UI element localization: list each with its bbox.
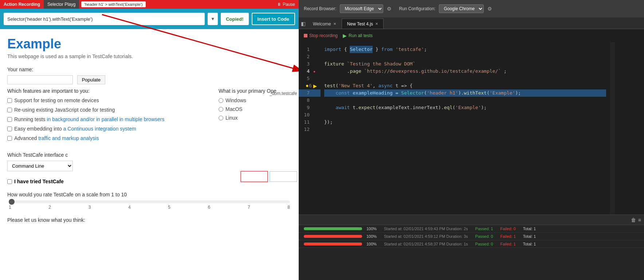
- code-line-5: [324, 75, 606, 82]
- right-panel: Record Browser: Microsoft Edge ⚙ Run Con…: [299, 0, 644, 280]
- tab-welcome[interactable]: Welcome ✕: [307, 19, 342, 29]
- code-line-6: test ( 'New Test 4' , async t => {: [324, 82, 606, 89]
- result-percent-1: 100%: [366, 227, 380, 231]
- line-numbers: 1 2 3 4 5 ● 6 7 8 9 10 11 12: [299, 42, 313, 215]
- line-num-12: 12: [299, 126, 313, 133]
- scale-numbers: 1 2 3 4 5 6 7 8: [9, 205, 290, 210]
- result-row-3: 100% Started at: 02/01/2021 4:58:37 PM D…: [299, 240, 644, 248]
- gutter-4: ●: [313, 68, 321, 75]
- features-label: Which features are important to you:: [7, 88, 211, 94]
- line-num-9: 9: [299, 104, 313, 111]
- code-area[interactable]: import { Selector } from 'testcafe' ; fi…: [321, 42, 610, 215]
- gutter-11: [313, 119, 321, 126]
- think-label: Please let us know what you think:: [7, 217, 291, 223]
- selector-dropdown-button[interactable]: ▼: [208, 13, 218, 25]
- feature-1-checkbox[interactable]: [7, 98, 12, 103]
- left-panel: Action Recording Selector Playg 'header …: [0, 0, 299, 280]
- run-config-gear-icon[interactable]: ⚙: [487, 6, 492, 12]
- populate-button[interactable]: Populate: [77, 75, 105, 84]
- result-bar-2: [304, 235, 362, 238]
- selector-input[interactable]: [4, 13, 205, 25]
- feature-3-label: Running tests in background and/or in pa…: [14, 116, 164, 122]
- result-bar-3: [304, 243, 362, 245]
- line-num-4: 4: [299, 68, 313, 75]
- result-started-1: Started at: 02/01/2021 4:59:43 PM Durati…: [384, 227, 468, 231]
- selector-playback-label: Selector Playg: [47, 2, 75, 7]
- stop-recording-button[interactable]: Stop recording: [304, 33, 338, 38]
- record-browser-label: Record Browser:: [304, 6, 336, 11]
- os-linux-label: Linux: [225, 115, 237, 121]
- copied-button[interactable]: Copied!: [221, 13, 248, 25]
- think-section: Please let us know what you think:: [0, 213, 299, 229]
- feature-5-label: Advanced traffic and markup analysis: [14, 135, 99, 141]
- right-topbar: Record Browser: Microsoft Edge ⚙ Run Con…: [299, 0, 644, 17]
- gutter-2: [313, 53, 321, 60]
- interface-dropdown[interactable]: Command Line: [7, 161, 73, 171]
- stop-recording-label: Stop recording: [309, 33, 338, 38]
- results-toolbar: 🗑 ≡: [299, 215, 644, 225]
- your-name-section: Your name: Populate: [0, 67, 299, 84]
- insert-code-button[interactable]: Insert to Code: [252, 13, 295, 25]
- chevron-down-icon: ▼: [211, 16, 215, 21]
- editor-scrollbar[interactable]: [610, 42, 615, 215]
- gear-icon[interactable]: ⚙: [387, 6, 392, 12]
- pause-label: Pause: [283, 2, 295, 7]
- gutter-1: [313, 46, 321, 53]
- feature-3-checkbox[interactable]: [7, 117, 12, 122]
- result-failed-2: Failed: 1: [500, 234, 516, 239]
- scale-label: How would you rate TestCafe on a scale f…: [7, 192, 291, 197]
- os-macos-radio[interactable]: [219, 107, 223, 112]
- code-line-11: });: [324, 119, 606, 126]
- code-line-8: [324, 97, 606, 104]
- code-line-3: fixture `Testing the Shadow DOM`: [324, 60, 606, 68]
- line-num-3: 3: [299, 60, 313, 68]
- left-col: Which features are important to you: Sup…: [7, 88, 211, 145]
- page-heading: Example: [0, 29, 299, 53]
- tabs-bar: ◧ Welcome ✕ New Test 4.js ✕: [299, 17, 644, 29]
- your-name-label: Your name:: [7, 67, 291, 72]
- copied-label: Copied!: [226, 16, 243, 22]
- blue-input[interactable]: [270, 171, 297, 182]
- os-linux-radio[interactable]: [219, 116, 223, 120]
- result-percent-2: 100%: [366, 234, 380, 239]
- os-windows-radio[interactable]: [219, 98, 223, 103]
- run-config-label: Run Configuration:: [399, 6, 435, 11]
- feature-1-label: Support for testing on remote devices: [14, 97, 99, 103]
- result-passed-3: Passed: 0: [475, 242, 493, 246]
- gutter-9: [313, 104, 321, 111]
- feature-5-checkbox[interactable]: [7, 136, 12, 141]
- code-line-7: const exampleHeading = Selector ( 'heade…: [324, 89, 606, 97]
- result-total-3: Total: 1: [523, 242, 536, 246]
- browser-select[interactable]: Microsoft Edge: [340, 4, 383, 13]
- feature-4-label: Easy embedding into a Continuous integra…: [14, 126, 136, 132]
- code-editor: 1 2 3 4 5 ● 6 7 8 9 10 11 12 ●: [299, 42, 644, 215]
- pause-button[interactable]: ⏸ Pause: [273, 2, 299, 7]
- run-config-select[interactable]: Google Chrome: [439, 4, 484, 13]
- tab-new-test-4[interactable]: New Test 4.js ✕: [342, 19, 384, 29]
- tab-new-test-4-close[interactable]: ✕: [375, 22, 378, 26]
- red-dot-4: ●: [313, 69, 315, 73]
- os-macos: MacOS: [219, 106, 291, 112]
- code-line-12: [324, 126, 606, 133]
- pink-input[interactable]: [240, 171, 268, 182]
- gutter-3: [313, 60, 321, 68]
- tabs-collapse-button[interactable]: ◧: [299, 19, 307, 29]
- tab-welcome-label: Welcome: [313, 21, 331, 27]
- feature-4-checkbox[interactable]: [7, 127, 12, 131]
- run-all-tests-button[interactable]: ▶ Run all tests: [343, 33, 373, 39]
- results-clear-button[interactable]: 🗑: [631, 217, 636, 223]
- feature-2-checkbox[interactable]: [7, 108, 12, 112]
- scale-thumb[interactable]: [9, 199, 15, 205]
- tab-welcome-close[interactable]: ✕: [333, 22, 336, 26]
- code-line-4: . page `https://devexpress.github.io/tes…: [324, 68, 606, 75]
- action-recording-label: Action Recording: [4, 2, 40, 7]
- tried-label: I have tried TestCafe: [14, 179, 64, 184]
- result-failed-3: Failed: 1: [500, 242, 516, 246]
- name-input[interactable]: [7, 75, 73, 84]
- action-recording-tab[interactable]: Action Recording: [0, 0, 44, 9]
- selector-playback-tab[interactable]: Selector Playg: [44, 0, 79, 9]
- results-collapse-button[interactable]: ≡: [638, 217, 641, 223]
- tried-checkbox[interactable]: [7, 179, 12, 184]
- os-windows-label: Windows: [225, 97, 246, 103]
- line-num-11: 11: [299, 119, 313, 126]
